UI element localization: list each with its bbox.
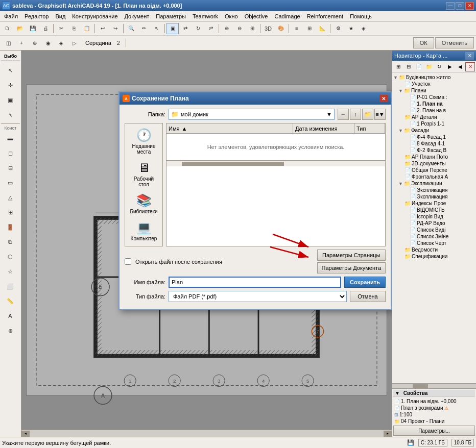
open-after-save-checkbox[interactable] [125,258,131,265]
mirror-btn[interactable]: ⇌ [205,23,217,34]
window-controls[interactable]: — □ ✕ [446,2,474,10]
rp-btn5[interactable]: ↻ [434,62,444,71]
menu-params[interactable]: Параметры [153,12,189,20]
rp-close-x[interactable]: ✕ [465,62,475,71]
extra-btn1[interactable]: ⚙ [332,23,344,34]
file-hscrollbar[interactable] [166,160,385,166]
tree-item[interactable]: 📄Общая Перспе [393,167,475,173]
tree-item[interactable]: 📄Экспликация [393,187,475,193]
close-button[interactable]: ✕ [465,2,474,10]
move-btn[interactable]: ⇄ [179,23,192,34]
params-button[interactable]: Параметры... [393,426,475,436]
lt-lasso-btn[interactable]: ∿ [1,108,19,122]
hscroll-left[interactable]: ◂ [21,431,30,437]
lt-column-btn[interactable]: ◻ [1,146,19,160]
lt-slab-btn[interactable]: ▭ [1,176,19,190]
rp-close-button[interactable]: ✕ [465,52,474,60]
paste-btn[interactable]: 📋 [81,23,93,34]
tree-item[interactable]: 📁3D-документы [393,160,475,167]
open-btn[interactable]: 📂 [14,23,26,34]
ok-button[interactable]: ОК [413,37,434,48]
lt-door-btn[interactable]: 🚪 [1,220,19,234]
col-date[interactable]: Дата изменения [293,123,354,133]
menu-cadimage[interactable]: Cadimage [271,12,303,20]
sidebar-libraries[interactable]: 📚 Библиотеки [127,191,161,217]
snap-icon[interactable]: ◫ [2,37,14,48]
menu-window[interactable]: Окно [222,12,241,20]
sidebar-computer[interactable]: 💻 Компьютер [127,218,161,244]
extra-btn2[interactable]: ★ [345,23,357,34]
col-name[interactable]: Имя ▲ [166,123,293,133]
tree-item[interactable]: 📄Ф-2 Фасад В [393,147,475,154]
menu-objective[interactable]: Objective [242,12,271,20]
snap2-icon[interactable]: + [15,37,28,48]
hscroll-right[interactable]: ▸ [384,431,392,437]
tree-item[interactable]: 📁АР Детали [393,114,475,120]
search-btn[interactable]: 🔍 [125,23,137,34]
lt-arrow-btn[interactable]: ↖ [1,63,19,78]
lt-stair-btn[interactable]: ⊞ [1,205,19,219]
menu-document[interactable]: Документ [122,12,153,20]
zoom-out-btn[interactable]: ⊖ [233,23,246,34]
save-btn[interactable]: 💾 [27,23,39,34]
new-btn[interactable]: 🗋 [1,23,13,34]
tree-item[interactable]: 📄1 Розріз 1-1 [393,120,475,127]
lt-label-btn[interactable]: ⊛ [1,323,19,338]
lt-measure-btn[interactable]: 📏 [1,294,19,308]
rp-btn3[interactable]: 📄 [414,62,423,71]
tree-item[interactable]: ▼📁Плани [393,87,475,94]
undo-btn[interactable]: ↩ [97,23,109,34]
tree-item[interactable]: 📄Список Виді [393,227,475,233]
lt-wall-btn[interactable]: ▬ [1,131,19,145]
menu-help[interactable]: Помощь [347,12,375,20]
menu-edit[interactable]: Редактор [21,12,52,20]
rp-btn2[interactable]: ⊟ [403,62,413,71]
grid-btn[interactable]: ⊞ [303,23,316,34]
snap3-icon[interactable]: ⊕ [29,37,41,48]
snap5-icon[interactable]: ◈ [55,37,67,48]
pencil-btn[interactable]: ✏ [138,23,150,34]
menu-reinforcement[interactable]: Reinforcement [304,12,347,20]
nav-back-button[interactable]: ← [338,109,349,120]
rp-hscrollbar[interactable] [392,383,476,388]
folder-path-bar[interactable]: 📁 мой домик ▼ [169,109,335,120]
extra-btn3[interactable]: ◈ [358,23,370,34]
menu-teamwork[interactable]: Teamwork [189,12,221,20]
hscroll-thumb[interactable] [182,162,284,166]
filetype-select[interactable]: Файл PDF (*.pdf) [169,291,347,302]
page-params-button[interactable]: Параметры Страницы [317,250,386,261]
sidebar-desktop[interactable]: 🖥 Рабочий стол [127,158,161,190]
rotate-btn[interactable]: ↻ [192,23,204,34]
lt-select-btn[interactable]: ▣ [1,93,19,107]
tree-item[interactable]: 📄ВІДОМІСТЬ [393,207,475,213]
main-hscrollbar[interactable]: ◂ ▸ [21,430,392,437]
tree-item[interactable]: ▼📁Будівництво житло [393,74,475,81]
rp-btn6[interactable]: ▶ [445,62,455,71]
lt-zone-btn[interactable]: ⬜ [1,279,19,293]
tree-item[interactable]: 📄РД-АР Ведо [393,220,475,227]
tree-item[interactable]: 📁АР Плани Пото [393,154,475,160]
tree-item[interactable]: 📄Історія Вид [393,213,475,220]
tree-item[interactable]: 📁Ведомости [393,246,475,253]
cut-btn[interactable]: ✂ [55,23,67,34]
tree-item[interactable]: 📁Спецификации [393,253,475,260]
save-button[interactable]: Сохранить [344,277,386,288]
render-btn[interactable]: 🎨 [275,23,287,34]
layer-btn[interactable]: ≡ [291,23,303,34]
tree-item[interactable]: 📁Индексы Прое [393,200,475,207]
tree-item[interactable]: 📄Ф-4 Фасад 1 [393,134,475,140]
lt-text-btn[interactable]: A [1,309,19,323]
tree-item[interactable]: 📄Список Зміне [393,233,475,240]
tree-item[interactable]: 📄Фронтальная А [393,173,475,180]
tree-item[interactable]: 📄Участок [393,81,475,87]
nav-view-button[interactable]: ≡▼ [374,109,386,120]
tree-item[interactable]: 📄Р-01 Схема : [393,94,475,101]
fit-btn[interactable]: ⊞ [246,23,258,34]
doc-params-button[interactable]: Параметры Документа [317,262,386,273]
snap4-icon[interactable]: ◉ [42,37,54,48]
tree-item[interactable]: 📄8 Фасад 4-1 [393,140,475,147]
maximize-button[interactable]: □ [456,2,464,10]
tree-item[interactable]: ▼📁Фасади [393,127,475,134]
print-btn[interactable]: 🖨 [39,23,52,34]
sidebar-recent[interactable]: 🕐 Недавние места [127,126,161,157]
